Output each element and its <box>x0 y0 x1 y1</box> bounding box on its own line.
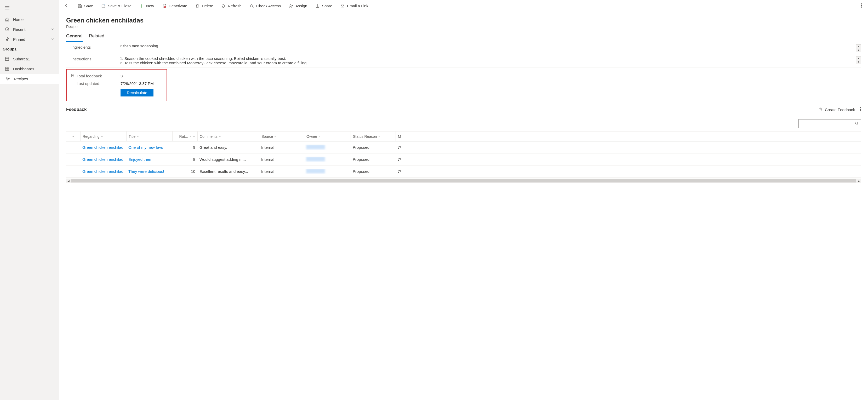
cmd-save-close[interactable]: Save & Close <box>97 2 135 10</box>
cell-comments: Excellent results and easy... <box>197 169 259 174</box>
feedback-search-input[interactable] <box>801 122 855 126</box>
cmd-delete[interactable]: Delete <box>191 2 217 10</box>
field-scroll[interactable]: ▲▼ <box>856 56 861 64</box>
field-scroll[interactable]: ▲▼ <box>856 44 861 52</box>
cell-owner[interactable] <box>304 145 350 150</box>
chevron-down-icon <box>51 37 54 41</box>
cmd-refresh[interactable]: Refresh <box>217 2 245 10</box>
col-m[interactable]: M <box>396 131 404 141</box>
feedback-icon <box>818 107 823 112</box>
field-ingredients: Ingredients 4 cups cooked shredded chick… <box>66 42 861 54</box>
cell-m: 7/ <box>396 169 404 174</box>
dashboard-icon <box>5 66 9 71</box>
svg-point-36 <box>856 122 858 124</box>
cell-title[interactable]: They were delicious! <box>126 169 172 174</box>
cmd-save[interactable]: Save <box>74 2 97 10</box>
record-header: Green chicken enchiladas Recipe <box>59 12 868 29</box>
cell-owner[interactable] <box>304 168 350 174</box>
nav-recipes-label: Recipes <box>14 76 28 81</box>
feedback-search[interactable] <box>799 119 861 128</box>
tab-general[interactable]: General <box>66 33 83 42</box>
command-bar: Save Save & Close New Deactivate Delete … <box>59 0 868 12</box>
rollup-box: Total feedback 3 Last updated: 7/29/2021… <box>66 69 167 101</box>
instructions-value[interactable]: 1. Season the cooked shredded chicken wi… <box>120 56 861 65</box>
svg-point-33 <box>860 107 861 108</box>
nav-recent[interactable]: Recent <box>0 24 59 34</box>
cmd-deactivate[interactable]: Deactivate <box>158 2 191 10</box>
grid-header: Regarding Title Rat... Comments Source O… <box>66 131 861 142</box>
cmd-share[interactable]: Share <box>311 2 336 10</box>
cell-regarding[interactable]: Green chicken enchilad <box>80 169 126 174</box>
share-icon <box>315 4 320 8</box>
cmd-new-label: New <box>146 4 154 8</box>
cell-status: Proposed <box>350 145 396 150</box>
col-comments[interactable]: Comments <box>197 131 259 141</box>
cmd-save-label: Save <box>84 4 93 8</box>
email-icon <box>340 4 345 8</box>
svg-point-35 <box>860 110 861 111</box>
cell-status: Proposed <box>350 157 396 161</box>
feedback-overflow[interactable] <box>860 107 861 112</box>
svg-point-31 <box>72 76 73 76</box>
svg-rect-21 <box>341 5 344 7</box>
cell-rating: 10 <box>172 169 197 174</box>
cell-title[interactable]: Enjoyed them <box>126 157 172 161</box>
nav-dashboards-label: Dashboards <box>13 67 34 71</box>
nav-pinned-label: Pinned <box>13 37 25 41</box>
cell-title[interactable]: One of my new favs <box>126 145 172 150</box>
cell-regarding[interactable]: Green chicken enchilad <box>80 157 126 161</box>
grid-row[interactable]: Green chicken enchiladEnjoyed them8Would… <box>66 153 861 165</box>
col-title[interactable]: Title <box>126 131 172 141</box>
grid-hscroll[interactable]: ◀▶ <box>66 179 861 183</box>
nav-recipes[interactable]: Recipes <box>0 74 59 84</box>
cmd-overflow[interactable] <box>857 1 866 10</box>
cmd-refresh-label: Refresh <box>228 4 242 8</box>
cmd-new[interactable]: New <box>136 2 158 10</box>
svg-point-17 <box>250 4 253 7</box>
cmd-assign-label: Assign <box>296 4 307 8</box>
grid-row[interactable]: Green chicken enchiladOne of my new favs… <box>66 142 861 153</box>
cmd-assign[interactable]: Assign <box>285 2 311 10</box>
cell-regarding[interactable]: Green chicken enchilad <box>80 145 126 150</box>
nav-home[interactable]: Home <box>0 14 59 24</box>
svg-point-10 <box>7 78 8 79</box>
cmd-check-access[interactable]: Check Access <box>246 2 284 10</box>
grid-row[interactable]: Green chicken enchiladThey were deliciou… <box>66 165 861 178</box>
create-feedback-label: Create Feedback <box>825 107 855 112</box>
create-feedback-button[interactable]: Create Feedback <box>818 107 855 112</box>
cmd-save-close-label: Save & Close <box>108 4 131 8</box>
total-feedback-value: 3 <box>121 74 123 78</box>
nav-dashboards[interactable]: Dashboards <box>0 64 59 74</box>
col-status[interactable]: Status Reason <box>350 131 396 141</box>
svg-line-18 <box>253 6 254 7</box>
recalculate-button[interactable]: Recalculate <box>121 89 153 96</box>
svg-point-28 <box>72 75 73 75</box>
nav-subarea1[interactable]: Subarea1 <box>0 54 59 64</box>
cmd-email-link[interactable]: Email a Link <box>337 2 372 10</box>
tab-related[interactable]: Related <box>89 33 104 42</box>
cell-owner[interactable] <box>304 157 350 162</box>
refresh-icon <box>221 4 226 8</box>
svg-rect-8 <box>5 69 7 70</box>
svg-point-32 <box>73 76 73 76</box>
hamburger-button[interactable] <box>0 2 59 14</box>
col-owner[interactable]: Owner <box>304 131 350 141</box>
col-rating[interactable]: Rat... <box>172 131 197 141</box>
ingredients-value[interactable]: 4 cups cooked shredded chicken 2 tbsp ta… <box>120 44 861 52</box>
nav-pinned[interactable]: Pinned <box>0 34 59 44</box>
cell-rating: 8 <box>172 157 197 161</box>
cmd-check-access-label: Check Access <box>256 4 281 8</box>
col-source[interactable]: Source <box>259 131 304 141</box>
svg-rect-7 <box>7 67 9 68</box>
col-select-all[interactable] <box>66 131 80 141</box>
svg-point-29 <box>73 75 73 75</box>
feedback-section-title: Feedback <box>66 107 87 112</box>
last-updated-value: 7/29/2021 3:37 PM <box>121 81 154 86</box>
col-regarding[interactable]: Regarding <box>80 131 126 141</box>
gear-icon <box>5 76 10 81</box>
cmd-share-label: Share <box>322 4 332 8</box>
calculator-icon <box>71 74 74 78</box>
instructions-line: 1. Season the cooked shredded chicken wi… <box>120 56 861 61</box>
back-button[interactable] <box>61 1 72 11</box>
cmd-deactivate-label: Deactivate <box>168 4 187 8</box>
